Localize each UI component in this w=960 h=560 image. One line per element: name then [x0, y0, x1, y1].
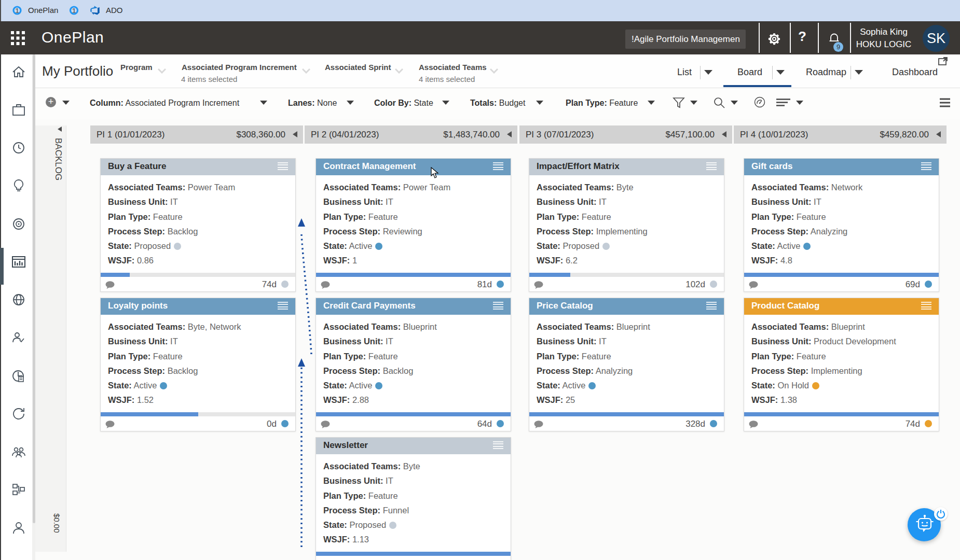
svg-text:1: 1: [72, 7, 76, 15]
svg-text:1: 1: [15, 7, 19, 15]
